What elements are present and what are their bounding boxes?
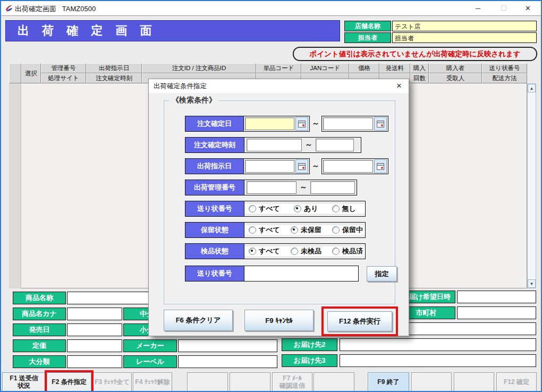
search-condition-group-title: 《検索条件》 [169,96,219,105]
maker-label: メーカー [123,339,177,352]
ship-instruction-date-to-input[interactable] [323,160,373,173]
invoice-no-specify-button[interactable]: 指定 [367,266,397,282]
f9-exit-button[interactable]: F9 終了 [368,372,409,391]
calendar-button[interactable] [374,159,387,173]
calendar-button[interactable] [295,159,308,173]
column-header-purchase-count: 購入回数 [410,63,429,83]
f7-mail-confirm-button[interactable]: F7 ﾒｰﾙ 確認送信 [272,372,312,391]
f1-send-receive-button[interactable]: F1 送受信 状況 [2,372,46,391]
calendar-icon [377,121,384,127]
order-confirm-time-to-input[interactable] [316,139,354,151]
label-name-value[interactable] [178,355,277,368]
radio-hold-not[interactable]: 未保留 [291,225,321,235]
order-confirm-time-from-input[interactable] [247,139,302,151]
radio-icon [249,226,256,234]
scroll-up-icon[interactable]: ▲ [528,84,536,92]
radio-icon [332,226,340,234]
list-price-label: 定価 [13,339,66,352]
release-date-label: 発売日 [13,323,66,336]
f12-confirm-button[interactable]: F12 確定 [496,372,537,391]
store-name-value[interactable]: テスト店 [392,21,537,31]
search-condition-dialog: 出荷確定条件指定 ✕ 《検索条件》 注文確定日 ～ 注文確定時刻 ～ [148,79,409,336]
f6-clear-condition-button[interactable]: F6 条件クリア [164,310,233,331]
column-header-invoice-no: 送り状番号配送方法 [482,63,527,83]
grid-corner-cell [9,63,21,83]
delivery-address3-label: お届け先3 [282,354,337,367]
radio-selected-icon [249,248,256,255]
column-header-purchaser: 購入者受取人 [429,63,482,83]
order-confirm-time-row: 注文確定時刻 ～ [185,137,361,153]
ship-mgmt-no-from-input[interactable] [247,181,297,194]
app-icon [5,4,13,14]
calendar-button[interactable] [295,117,308,131]
window-titlebar: 出荷確定画面 TAMZ0500 ─ ☐ ✕ [1,1,541,16]
f8-blank-button[interactable] [314,372,354,391]
product-name-label: 商品名称 [13,292,66,304]
radio-invoice-yes[interactable]: あり [294,204,318,214]
f12-execute-condition-button[interactable]: F12 条件実行 [327,311,392,331]
grid-vertical-scrollbar[interactable]: ▲ ▼ [527,83,536,288]
maker-value[interactable] [178,339,277,352]
f3-check-all-button[interactable]: F3 ﾁｪｯｸ全て [92,372,132,391]
radio-invoice-all[interactable]: すべて [249,204,280,214]
radio-hold-all[interactable]: すべて [249,225,280,235]
order-confirm-time-label: 注文確定時刻 [185,138,244,152]
column-header-ship-date: 出荷指示日注文確定時刻 [86,63,142,83]
list-price-value[interactable] [67,339,122,352]
scroll-down-icon[interactable]: ▼ [528,279,536,288]
invoice-no-input[interactable] [244,266,358,281]
radio-icon [332,248,340,255]
f5-blank-button[interactable] [187,372,228,391]
ship-instruction-date-from-input[interactable] [245,160,294,173]
product-kana-label: 商品名カナ [13,308,66,320]
f10-blank-button[interactable] [411,372,452,391]
inspect-state-row: 検品状態 すべて 未検品 検品済 [185,243,366,259]
order-confirm-date-to-input[interactable] [323,117,373,130]
radio-selected-icon [294,205,301,212]
city-value[interactable] [457,306,536,319]
dialog-close-icon[interactable]: ✕ [394,81,404,91]
radio-inspect-all[interactable]: すべて [249,246,280,256]
ship-instruction-date-row: 出荷指示日 ～ [185,158,388,174]
close-icon[interactable]: ✕ [516,1,540,15]
radio-inspect-done[interactable]: 検品済 [332,246,363,256]
label-name-label: レーベル [123,355,177,368]
invoice-no-row: 送り状番号 指定 [185,266,397,282]
grid-row-header-strip [9,83,21,288]
ship-mgmt-no-to-input[interactable] [310,181,355,194]
f2-condition-button[interactable]: F2 条件指定 [47,372,91,391]
dialog-title: 出荷確定条件指定 [149,79,409,93]
delivery-address3-value[interactable] [340,354,536,367]
range-tilde: ～ [300,183,307,192]
calendar-button[interactable] [374,117,387,131]
delivery-address2-value[interactable] [340,338,536,351]
hold-state-label: 保留状態 [185,223,244,237]
large-category-value[interactable] [67,355,122,368]
f11-blank-button[interactable] [454,372,494,391]
product-kana-value[interactable] [67,308,122,320]
radio-hold-holding[interactable]: 保留中 [332,225,363,235]
radio-invoice-no[interactable]: 無し [332,204,356,214]
staff-value[interactable]: 担当者 [392,32,537,43]
page-title: 出 荷 確 定 画 面 [5,20,340,41]
delivery-address2-label: お届け先2 [282,338,337,351]
f4-uncheck-button[interactable]: F4 ﾁｪｯｸ解除 [133,372,172,391]
store-name-label: 店舗名称 [344,21,391,31]
range-tilde: ～ [305,140,312,150]
order-confirm-date-label: 注文確定日 [185,116,244,131]
order-confirm-date-from-input[interactable] [245,117,294,130]
inspect-state-label: 検品状態 [185,244,244,259]
f6-blank-button[interactable] [230,372,270,391]
invoice-state-label: 送り状番号 [185,201,244,216]
radio-inspect-not[interactable]: 未検品 [291,246,321,256]
minimize-icon[interactable]: ─ [466,1,490,15]
ship-mgmt-no-label: 出荷管理番号 [185,180,244,195]
maximize-icon[interactable]: ☐ [492,1,515,15]
invoice-state-row: 送り状番号 すべて あり 無し [185,201,366,217]
ship-mgmt-no-row: 出荷管理番号 ～ [185,180,357,195]
desired-delivery-value[interactable] [457,291,536,303]
hold-state-row: 保留状態 すべて 未保留 保留中 [185,222,366,238]
f9-cancel-button[interactable]: F9 ｷｬﾝｾﾙ [244,310,314,331]
application-window: 出荷確定画面 TAMZ0500 ─ ☐ ✕ 出 荷 確 定 画 面 店舗名称 テ… [0,0,542,392]
release-date-value[interactable] [67,323,122,336]
